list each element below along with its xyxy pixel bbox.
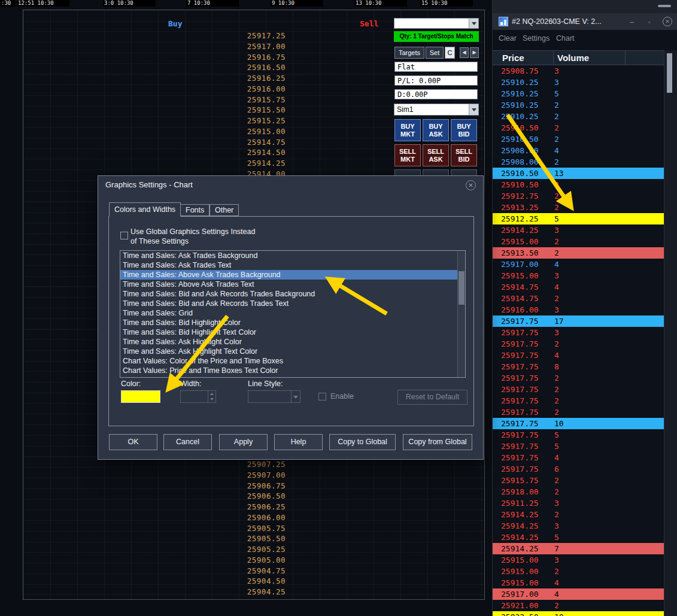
menu-dash-icon[interactable] [658, 5, 671, 7]
sell-bid-button[interactable]: SELLBID [451, 144, 477, 166]
close-icon[interactable]: ✕ [466, 180, 476, 190]
menu-chart[interactable]: Chart [556, 34, 575, 43]
graphics-setting-item[interactable]: Time and Sales: Ask Highlight Text Color [120, 347, 465, 356]
graphics-settings-list[interactable]: Time and Sales: Ask Trades BackgroundTim… [120, 250, 466, 378]
tns-row: 25917.752 [493, 406, 664, 418]
tns-row: 25917.004 [493, 588, 664, 600]
tns-row: 25914.754 [493, 281, 664, 293]
tab-targets[interactable]: Targets [394, 47, 424, 59]
copy-to-global-button[interactable]: Copy to Global [329, 434, 396, 450]
graphics-setting-item[interactable]: Time and Sales: Ask Highlight Color [120, 337, 465, 347]
tns-row: 25908.004 [493, 145, 664, 156]
cancel-button[interactable]: Cancel [163, 434, 212, 450]
tns-price: 25917.00 [501, 259, 554, 270]
tns-volume: 5 [554, 441, 590, 452]
tns-price: 25912.25 [501, 213, 554, 224]
reset-to-default-button[interactable]: Reset to Default [397, 390, 467, 405]
line-style-select[interactable] [248, 390, 300, 403]
tab-c[interactable]: C [445, 47, 455, 59]
tns-price: 25917.75 [501, 338, 554, 350]
stepper-arrows-icon[interactable] [208, 391, 215, 402]
sell-mkt-button[interactable]: SELLMKT [394, 144, 421, 166]
order-type-select[interactable] [394, 18, 479, 29]
tns-row: 25914.257 [493, 543, 664, 554]
tns-price: 25910.25 [501, 99, 554, 111]
buy-column-label: Buy [168, 19, 182, 28]
tab-scroll-right-icon[interactable]: ▶ [470, 47, 479, 58]
tns-price: 25922.50 [501, 611, 554, 616]
tns-row: 25914.253 [493, 520, 664, 532]
menu-settings[interactable]: Settings [523, 34, 550, 43]
graphics-setting-item[interactable]: Time and Sales: Bid Highlight Text Color [120, 327, 465, 337]
tns-row: 25918.002 [493, 486, 664, 497]
tns-price: 25910.25 [501, 77, 554, 88]
chevron-down-icon[interactable] [469, 104, 478, 115]
sell-column-label: Sell [360, 19, 378, 28]
chevron-down-icon[interactable] [469, 19, 478, 28]
panel-scrollbar[interactable] [664, 50, 677, 616]
minimize-icon[interactable]: – [630, 18, 634, 26]
copy-from-global-button[interactable]: Copy from Global [403, 434, 472, 450]
graphics-setting-item[interactable]: Time and Sales: Bid and Ask Records Trad… [120, 289, 465, 299]
tab-scroll-left-icon[interactable]: ◀ [460, 47, 469, 58]
graphics-setting-item[interactable]: Chart Values: Price and Time Boxes Text … [120, 366, 465, 375]
width-stepper[interactable] [180, 390, 216, 403]
scrollbar-thumb[interactable] [459, 271, 465, 305]
tab-colors-and-widths[interactable]: Colors and Widths [109, 202, 181, 217]
buy-mkt-button[interactable]: BUYMKT [394, 119, 421, 141]
tns-volume: 5 [554, 88, 590, 99]
buy-ask-button[interactable]: BUYASK [423, 119, 449, 141]
list-scrollbar[interactable] [457, 251, 465, 377]
help-button[interactable]: Help [274, 434, 323, 450]
tns-price: 25921.00 [501, 600, 554, 611]
tns-row: 25908.002 [493, 156, 664, 168]
color-swatch[interactable] [121, 390, 160, 403]
chevron-down-icon[interactable] [291, 391, 300, 402]
tns-price: 25917.00 [501, 588, 554, 600]
tab-fonts[interactable]: Fonts [180, 204, 210, 216]
pin-icon[interactable]: ◦ [648, 18, 651, 26]
graphics-setting-item[interactable]: Chart Values: Color of the Price and Tim… [120, 356, 465, 366]
tns-volume: 2 [554, 509, 590, 520]
tab-set[interactable]: Set [426, 47, 444, 59]
apply-button[interactable]: Apply [219, 434, 268, 450]
graphics-setting-item[interactable]: Time and Sales: Above Ask Trades Text [120, 280, 465, 289]
use-global-settings-checkbox[interactable] [120, 232, 128, 239]
tns-volume: 4 [554, 259, 590, 270]
graphics-setting-item[interactable]: Time and Sales: Grid [120, 308, 465, 318]
enable-checkbox[interactable] [318, 393, 326, 400]
tns-volume: 3 [554, 224, 590, 236]
price-scale-value: 25905.00 [203, 555, 286, 566]
tns-price: 25917.75 [501, 361, 554, 372]
tns-volume: 13 [554, 168, 590, 179]
tns-volume: 2 [554, 122, 590, 133]
menu-clear[interactable]: Clear [499, 34, 517, 43]
account-select[interactable]: Sim1 [394, 104, 479, 116]
sell-ask-button[interactable]: SELLASK [423, 144, 449, 166]
graphics-setting-item[interactable]: Time and Sales: Ask Trades Text [120, 260, 465, 270]
price-scale-value: 25904.50 [203, 576, 286, 587]
tab-other[interactable]: Other [210, 204, 239, 216]
tns-row: 25917.756 [493, 463, 664, 475]
tns-row: 25910.5013 [493, 168, 664, 179]
graphics-setting-item[interactable]: Time and Sales: Bid and Ask Records Trad… [120, 299, 465, 308]
tns-row: 25915.003 [493, 270, 664, 281]
tns-volume: 2 [554, 372, 590, 384]
price-scale-value: 25915.75 [203, 95, 286, 105]
tns-price: 25915.00 [501, 270, 554, 281]
tns-volume: 2 [554, 247, 590, 259]
graphics-setting-item[interactable]: Time and Sales: Ask Trades Background [120, 251, 465, 260]
tns-row: 25917.753 [493, 327, 664, 338]
tns-row: 25910.502 [493, 179, 664, 190]
buy-bid-button[interactable]: BUYBID [451, 119, 477, 141]
scrollbar-thumb[interactable] [667, 53, 672, 93]
price-scale-value: 25906.50 [203, 491, 286, 502]
close-icon[interactable]: ✕ [663, 17, 672, 26]
window-title-bar[interactable]: #2 NQ-202603-CME V: 2... – ◦ ✕ [493, 13, 677, 30]
ok-button[interactable]: OK [109, 434, 157, 450]
graphics-setting-item[interactable]: Time and Sales: Above Ask Trades Backgro… [120, 270, 465, 280]
tns-price: 25917.75 [501, 429, 554, 441]
tns-price: 25915.00 [501, 566, 554, 577]
graphics-setting-item[interactable]: Time and Sales: Bid Highlight Color [120, 318, 465, 327]
tns-price: 25917.75 [501, 327, 554, 338]
